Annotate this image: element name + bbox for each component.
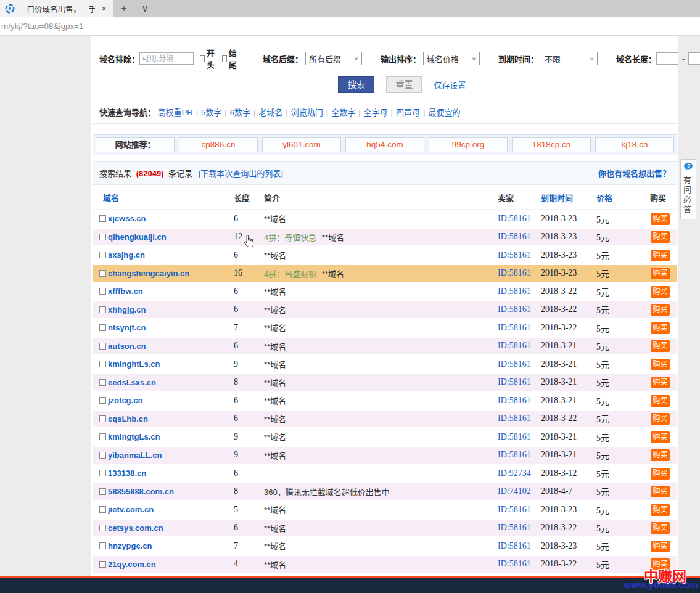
length-min-input[interactable]: [656, 52, 678, 65]
buy-button[interactable]: 购买: [651, 286, 670, 298]
seller-id-link[interactable]: ID:74102: [498, 486, 531, 496]
new-tab-button[interactable]: +: [113, 0, 134, 17]
row-checkbox[interactable]: [99, 470, 106, 476]
tab-close-icon[interactable]: ×: [99, 0, 109, 17]
buy-button[interactable]: 购买: [651, 213, 670, 225]
seller-id-link[interactable]: ID:58161: [498, 214, 531, 223]
buy-button[interactable]: 购买: [651, 413, 670, 425]
domain-link[interactable]: jzotcg.cn: [108, 396, 142, 405]
domain-link[interactable]: xhhgjg.cn: [108, 305, 146, 314]
row-checkbox[interactable]: [99, 379, 106, 386]
seller-id-link[interactable]: ID:58161: [498, 359, 531, 369]
tab-list-chevron-icon[interactable]: ∨: [134, 0, 155, 17]
suffix-select[interactable]: 所有后缀 ∨: [305, 52, 362, 65]
buy-button[interactable]: 购买: [651, 504, 670, 516]
row-checkbox[interactable]: [99, 361, 106, 367]
domain-link[interactable]: changshengcaiyin.cn: [108, 269, 189, 278]
buy-button[interactable]: 购买: [651, 468, 670, 480]
domain-link[interactable]: kmingtgLs.cn: [108, 432, 160, 441]
quick-nav-link[interactable]: 6数字: [230, 108, 250, 117]
recommend-site-link[interactable]: hq54.com: [366, 140, 403, 149]
buy-button[interactable]: 购买: [651, 377, 670, 388]
seller-id-link[interactable]: ID:58161: [498, 450, 531, 459]
header-domain[interactable]: 域名: [93, 192, 234, 203]
row-checkbox[interactable]: [99, 452, 106, 459]
domain-link[interactable]: hnzypgc.cn: [108, 541, 152, 550]
seller-id-link[interactable]: ID:58161: [498, 523, 531, 532]
domain-link[interactable]: cqsLhb.cn: [108, 414, 148, 423]
buy-button[interactable]: 购买: [651, 449, 670, 461]
suffix-checkbox[interactable]: [222, 55, 227, 62]
header-expiry[interactable]: 到期时间: [530, 192, 585, 203]
quick-nav-link[interactable]: 全字母: [364, 108, 388, 117]
help-float-widget[interactable]: ? 有问必答: [680, 159, 696, 219]
row-checkbox[interactable]: [99, 415, 106, 422]
recommend-site-link[interactable]: 99cp.org: [452, 140, 485, 149]
prefix-checkbox[interactable]: [200, 55, 205, 62]
prefix-checkbox-wrap[interactable]: 开头: [200, 47, 216, 70]
expiry-select[interactable]: 不限 ∨: [541, 52, 598, 65]
seller-id-link[interactable]: ID:58161: [498, 250, 531, 260]
domain-link[interactable]: 21qy.com.cn: [108, 560, 156, 569]
seller-id-link[interactable]: ID:58161: [498, 305, 531, 314]
row-checkbox[interactable]: [99, 324, 106, 331]
suffix-checkbox-wrap[interactable]: 结尾: [222, 47, 239, 70]
download-list-link[interactable]: [下载本次查询出的列表]: [199, 169, 283, 178]
domain-link[interactable]: 133138.cn: [108, 468, 146, 478]
domain-link[interactable]: jietv.com.cn: [108, 505, 154, 514]
row-checkbox[interactable]: [99, 488, 106, 495]
buy-button[interactable]: 购买: [651, 395, 670, 407]
buy-button[interactable]: 购买: [651, 486, 670, 497]
seller-id-link[interactable]: ID:58161: [498, 414, 531, 423]
seller-id-link[interactable]: ID:58161: [498, 232, 531, 241]
seller-id-link[interactable]: ID:58161: [498, 268, 531, 277]
recommend-site-link[interactable]: kj18.cn: [622, 140, 648, 149]
seller-id-link[interactable]: ID:58161: [498, 377, 531, 386]
domain-link[interactable]: ntsynjf.cn: [108, 323, 146, 332]
quick-nav-link[interactable]: 全数字: [331, 108, 355, 117]
row-checkbox[interactable]: [99, 542, 106, 549]
row-checkbox[interactable]: [99, 215, 106, 222]
recommend-site-link[interactable]: yl601.com: [282, 140, 321, 149]
buy-button[interactable]: 购买: [651, 340, 670, 352]
buy-button[interactable]: 购买: [651, 359, 670, 370]
seller-id-link[interactable]: ID:58161: [498, 505, 531, 514]
row-checkbox[interactable]: [99, 525, 106, 531]
domain-link[interactable]: sxsjhg.cn: [108, 250, 145, 260]
quick-nav-link[interactable]: 5数字: [201, 108, 221, 117]
buy-button[interactable]: 购买: [651, 250, 670, 261]
seller-id-link[interactable]: ID:58161: [498, 341, 531, 350]
exclude-input[interactable]: [139, 52, 194, 65]
row-checkbox[interactable]: [99, 252, 106, 258]
seller-id-link[interactable]: ID:58161: [498, 559, 531, 568]
quick-nav-link[interactable]: 老域名: [258, 108, 282, 117]
row-checkbox[interactable]: [99, 561, 106, 568]
seller-id-link[interactable]: ID:58161: [498, 287, 531, 296]
row-checkbox[interactable]: [99, 306, 106, 313]
buy-button[interactable]: 购买: [651, 304, 670, 316]
sell-domain-link[interactable]: 你也有域名想出售？: [598, 167, 670, 179]
row-checkbox[interactable]: [99, 343, 106, 350]
quick-nav-link[interactable]: 四声母: [396, 108, 420, 117]
seller-id-link[interactable]: ID:92734: [498, 468, 531, 478]
recommend-site-link[interactable]: cp886.cn: [202, 140, 236, 149]
address-bar[interactable]: m/ykj/?tao=08&jgpx=1: [0, 17, 700, 36]
row-checkbox[interactable]: [99, 506, 106, 513]
row-checkbox[interactable]: [99, 234, 106, 240]
quick-nav-link[interactable]: 浏览热门: [291, 108, 323, 117]
buy-button[interactable]: 购买: [651, 231, 670, 243]
quick-nav-link[interactable]: 最便宜的: [428, 108, 460, 117]
domain-link[interactable]: yibanmaLL.cn: [108, 451, 162, 460]
save-settings-link[interactable]: 保存设置: [434, 79, 466, 91]
domain-link[interactable]: autson.cn: [108, 341, 146, 351]
domain-link[interactable]: qihengkuaiji.cn: [108, 232, 167, 242]
buy-button[interactable]: 购买: [651, 322, 670, 334]
row-checkbox[interactable]: [99, 270, 106, 277]
sort-select[interactable]: 域名价格 ∨: [423, 52, 480, 65]
domain-link[interactable]: 58855888.com.cn: [108, 487, 174, 496]
buy-button[interactable]: 购买: [651, 431, 670, 443]
recommend-site-link[interactable]: 1818cp.cn: [532, 140, 570, 149]
reset-button[interactable]: 重置: [386, 76, 422, 93]
row-checkbox[interactable]: [99, 288, 106, 295]
length-max-input[interactable]: [688, 52, 700, 65]
